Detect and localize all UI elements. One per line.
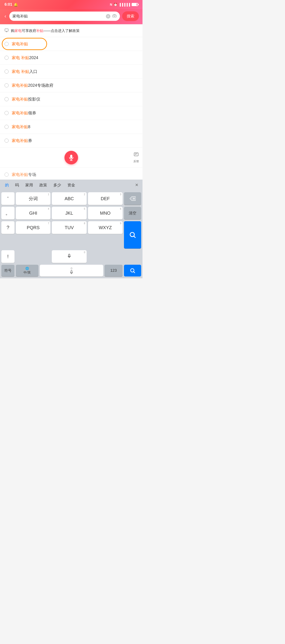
promo-highlight-butie: 补贴 <box>36 29 43 32</box>
pred-word-3[interactable]: 政策 <box>37 181 50 189</box>
search-circle-icon <box>4 125 8 129</box>
alarm-icon: ⏰ <box>114 3 117 6</box>
key-def[interactable]: 3 DEF <box>88 192 123 205</box>
suggestion-text-2: 家电 补贴入口 <box>12 69 37 74</box>
symbol-question-key[interactable]: ? <box>1 221 14 234</box>
back-button[interactable]: ‹ <box>3 12 7 20</box>
search-item-0[interactable]: 家电补贴 <box>0 37 142 51</box>
key-label: ABC <box>64 196 74 201</box>
space-key[interactable]: 0 <box>40 265 103 276</box>
mic-button[interactable] <box>64 151 78 164</box>
key-jkl[interactable]: 5 JKL <box>52 207 86 220</box>
promo-item[interactable]: 购家电可享政府补贴——点击进入了解政策 <box>0 25 142 37</box>
search-circle-icon <box>4 111 8 115</box>
search-circle-icon <box>4 42 8 46</box>
search-key[interactable] <box>124 221 141 248</box>
search-circle-icon <box>4 138 8 143</box>
suggestion-text-5: 家电补贴领券 <box>12 110 36 116</box>
suggestion-text-6: 家电补贴8 <box>12 124 30 130</box>
search-item-4[interactable]: 家电补贴投影仪 <box>0 92 142 106</box>
clear-key[interactable]: 清空 <box>124 207 141 220</box>
key-num: 3 <box>120 193 121 196</box>
time-display: 6:01 <box>4 2 12 7</box>
search-circle-icon <box>4 70 8 74</box>
camera-icon[interactable] <box>112 13 117 19</box>
svg-rect-2 <box>134 153 138 156</box>
prediction-bar: 的 吗 家用 政策 多少 资金 ✕ <box>0 180 142 190</box>
nfc-icon: N <box>110 3 112 6</box>
search-circle-icon <box>4 97 8 101</box>
suggestions-list: 购家电可享政府补贴——点击进入了解政策 家电补贴 家电 补贴2024 家电 补贴… <box>0 25 142 180</box>
key-fenzi[interactable]: 1 分词 <box>16 192 50 205</box>
promo-highlight-jiadian: 家电 <box>14 29 22 32</box>
suggestion-text-0: 家电补贴 <box>12 41 28 47</box>
key-num: 7 <box>48 222 49 225</box>
feedback-button[interactable]: 反馈 <box>133 152 139 163</box>
search-item-5[interactable]: 家电补贴领券 <box>0 106 142 120</box>
key-num: 5 <box>84 208 85 210</box>
search-input-text: 家电补贴 <box>12 14 104 19</box>
clear-icon[interactable]: ✕ <box>106 14 110 18</box>
mic-container: 反馈 <box>0 148 142 168</box>
search-input-wrap[interactable]: 家电补贴 ✕ <box>9 12 120 21</box>
status-icons: N ⏰ ▐▐▐▐▐ <box>110 3 138 6</box>
key-wxyz[interactable]: 9 WXYZ <box>88 221 123 234</box>
pred-word-0[interactable]: 的 <box>2 181 11 189</box>
key-num: 9 <box>120 222 121 225</box>
lang-key[interactable]: 🌐 中/英 <box>16 265 38 276</box>
key-label: GHI <box>29 210 37 216</box>
svg-rect-1 <box>5 29 8 31</box>
suggestion-text-4: 家电补贴投影仪 <box>12 96 40 102</box>
search-item-8[interactable]: 家电补贴专场 <box>0 168 142 180</box>
svg-point-0 <box>114 15 115 16</box>
keyboard-wrapper: 的 吗 家用 政策 多少 资金 ✕ ' 1 分词 2 ABC <box>0 180 142 278</box>
suggestion-text-3: 家电补贴2024专场政府 <box>12 83 53 88</box>
battery-icon <box>132 3 138 6</box>
promo-icon <box>4 28 8 33</box>
symbol-exclaim-key[interactable]: ! <box>1 250 14 263</box>
key-ghi[interactable]: 4 GHI <box>16 207 50 220</box>
num-switch-key[interactable]: 123 <box>104 265 123 276</box>
key-label: DEF <box>101 196 110 201</box>
search-item-6[interactable]: 家电补贴8 <box>0 120 142 134</box>
pred-word-1[interactable]: 吗 <box>12 181 22 189</box>
search-item-3[interactable]: 家电补贴2024专场政府 <box>0 78 142 92</box>
search-item-1[interactable]: 家电 补贴2024 <box>0 51 142 65</box>
key-mno[interactable]: 6 MNO <box>88 207 123 220</box>
symbol-key[interactable]: 符号 <box>1 265 14 276</box>
key-label: MNO <box>100 210 111 216</box>
key-num: 0 <box>84 251 85 254</box>
search-item-2[interactable]: 家电 补贴入口 <box>0 65 142 78</box>
feedback-icon <box>133 152 139 159</box>
suggestion-text-1: 家电 补贴2024 <box>12 55 38 60</box>
feedback-label: 反馈 <box>133 160 139 163</box>
lang-label: 中/英 <box>23 270 31 275</box>
search-circle-icon <box>4 56 8 60</box>
search-bottom-key[interactable] <box>124 265 141 276</box>
key-label <box>67 254 71 260</box>
delete-key[interactable] <box>124 192 141 205</box>
key-pqrs[interactable]: 7 PQRS <box>16 221 50 234</box>
symbol-period-key[interactable]: 。 <box>1 207 14 220</box>
search-item-7[interactable]: 家电补贴券 <box>0 134 142 148</box>
key-label: PQRS <box>27 225 39 230</box>
pred-word-4[interactable]: 多少 <box>51 181 64 189</box>
suggestion-text-7: 家电补贴券 <box>12 138 32 143</box>
pred-word-5[interactable]: 资金 <box>65 181 78 189</box>
key-label: 分词 <box>29 196 38 202</box>
globe-icon: 🌐 <box>25 267 29 270</box>
key-abc[interactable]: 2 ABC <box>52 192 86 205</box>
key-tuv[interactable]: 8 TUV <box>52 221 86 234</box>
prediction-close-button[interactable]: ✕ <box>133 182 140 188</box>
symbol-apostrophe-key[interactable]: ' <box>1 192 14 205</box>
key-num: 2 <box>84 193 85 196</box>
pred-word-2[interactable]: 家用 <box>23 181 36 189</box>
keyboard: ' 1 分词 2 ABC 3 DEF <box>0 190 142 278</box>
key-num: 8 <box>84 222 85 225</box>
search-button[interactable]: 搜索 <box>122 11 139 21</box>
status-bar: 6:01 🔔 N ⏰ ▐▐▐▐▐ <box>0 0 142 9</box>
key-0[interactable]: 0 <box>52 250 86 263</box>
status-time: 6:01 🔔 <box>4 2 18 7</box>
space-mic-icon <box>69 270 73 275</box>
search-circle-icon <box>4 83 8 88</box>
